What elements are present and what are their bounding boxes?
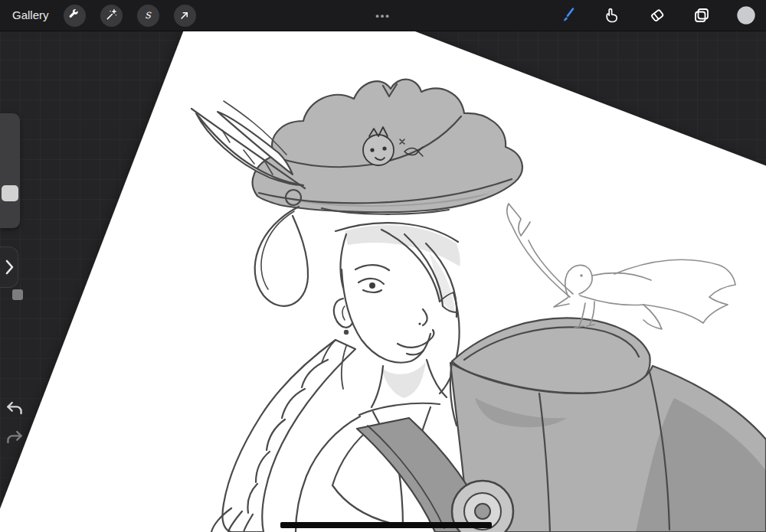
transform-arrow-icon [177, 8, 192, 23]
modify-button[interactable] [12, 289, 23, 300]
svg-text:S: S [145, 10, 152, 21]
transform-button[interactable] [174, 5, 196, 27]
layers-button[interactable] [691, 5, 712, 26]
smudge-tool-button[interactable] [602, 5, 624, 26]
color-button[interactable] [735, 5, 757, 26]
sidebar-expand-handle[interactable] [0, 246, 18, 288]
topbar: Gallery S [0, 0, 766, 31]
selection-s-icon: S [140, 8, 155, 23]
canvas-options-button[interactable]: ••• [375, 0, 391, 31]
layers-icon [691, 5, 712, 26]
eraser-icon [647, 5, 668, 26]
drawing-canvas[interactable] [0, 0, 766, 532]
redo-arrow-icon [3, 426, 26, 449]
wrench-icon [67, 8, 82, 23]
color-swatch-icon [735, 5, 757, 26]
magic-wand-icon [103, 8, 119, 23]
erase-tool-button[interactable] [647, 5, 668, 26]
paint-brush-icon [558, 5, 579, 26]
paint-tool-button[interactable] [558, 5, 579, 26]
redo-button[interactable] [3, 426, 26, 449]
undo-arrow-icon [3, 397, 26, 419]
topbar-left-group: Gallery S [0, 0, 196, 31]
brush-size-slider[interactable] [0, 113, 20, 228]
procreate-window: Gallery S [0, 0, 766, 532]
topbar-right-group [558, 5, 766, 26]
undo-button[interactable] [3, 397, 26, 419]
adjustments-button[interactable] [100, 5, 123, 27]
selection-button[interactable]: S [137, 5, 159, 27]
actions-button[interactable] [64, 5, 86, 27]
slider-handle[interactable] [2, 185, 18, 201]
smudge-finger-icon [602, 5, 624, 26]
ellipsis-icon: ••• [375, 10, 391, 21]
bottom-black-line [280, 522, 492, 528]
chevron-right-icon [4, 258, 15, 276]
gallery-button[interactable]: Gallery [12, 0, 49, 31]
